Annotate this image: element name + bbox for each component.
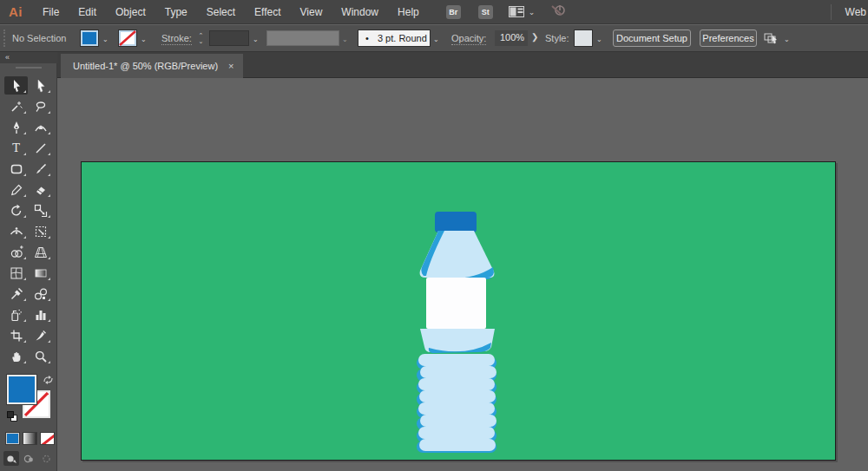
chevron-down-icon[interactable]: ⌄ <box>433 36 439 43</box>
chevron-down-icon[interactable]: ⌄ <box>102 36 108 43</box>
rounded-rectangle-icon <box>10 162 23 176</box>
eraser-icon <box>34 183 48 197</box>
preferences-button[interactable]: Preferences <box>700 29 757 47</box>
stroke-weight-field[interactable] <box>209 30 249 46</box>
style-swatch[interactable] <box>574 29 593 47</box>
opacity-stepper-arrow[interactable]: ❯ <box>531 32 538 42</box>
blend-tool[interactable] <box>29 285 52 303</box>
free-transform-icon <box>34 225 48 239</box>
panel-grip[interactable] <box>3 29 5 47</box>
artboard-tool[interactable] <box>4 326 28 344</box>
menu-type[interactable]: Type <box>155 0 197 24</box>
collapse-panel-button[interactable]: « <box>0 52 57 63</box>
magic-wand-tool[interactable] <box>4 97 28 115</box>
menu-help[interactable]: Help <box>388 0 429 24</box>
zoom-tool[interactable] <box>29 347 52 365</box>
pen-tool[interactable] <box>4 118 28 136</box>
document-setup-button[interactable]: Document Setup <box>613 29 691 47</box>
bridge-button[interactable]: Br <box>446 5 461 19</box>
chevron-down-icon[interactable]: ⌄ <box>141 36 147 43</box>
gradient-mode-button[interactable] <box>23 432 37 445</box>
bottle-label <box>426 278 486 329</box>
workspace-layout-icon <box>509 6 524 17</box>
menu-window[interactable]: Window <box>332 0 388 24</box>
rectangle-tool[interactable] <box>4 160 28 178</box>
artboard[interactable] <box>81 161 836 461</box>
eyedropper-tool[interactable] <box>4 285 28 303</box>
line-segment-tool[interactable] <box>29 139 52 157</box>
menu-bar: Ai File Edit Object Type Select Effect V… <box>0 0 868 24</box>
menu-view[interactable]: View <box>291 0 332 24</box>
select-similar-icon[interactable] <box>764 31 779 47</box>
type-tool-icon: T <box>12 142 20 154</box>
menu-edit[interactable]: Edit <box>69 0 106 24</box>
slice-tool[interactable] <box>29 326 52 344</box>
draw-inside-button[interactable] <box>38 451 54 466</box>
column-graph-tool[interactable] <box>29 305 52 324</box>
none-mode-button[interactable] <box>40 432 55 445</box>
rotate-tool[interactable] <box>4 201 28 219</box>
stroke-weight-label[interactable]: Stroke: <box>161 33 192 45</box>
line-icon <box>34 141 48 155</box>
selection-tool[interactable] <box>4 76 28 95</box>
brush-preview-dot: • <box>365 33 369 43</box>
menu-effect[interactable]: Effect <box>245 0 290 24</box>
lasso-tool[interactable] <box>29 97 52 115</box>
workspace-switcher[interactable]: ⌄ <box>509 6 536 17</box>
chevron-down-icon[interactable]: ⌄ <box>596 36 602 43</box>
free-transform-tool[interactable] <box>29 222 52 240</box>
perspective-grid-tool[interactable] <box>29 243 52 261</box>
canvas-area[interactable] <box>58 79 868 471</box>
hand-tool[interactable] <box>4 347 28 365</box>
water-bottle-illustration[interactable] <box>417 210 500 455</box>
chevron-down-icon[interactable]: ⌄ <box>253 36 259 43</box>
swap-fill-stroke-icon[interactable] <box>43 373 54 389</box>
brush-definition-dropdown[interactable]: • 3 pt. Round <box>358 29 431 47</box>
workspace-name[interactable]: Web <box>845 6 868 18</box>
paintbrush-icon <box>34 162 48 176</box>
symbol-sprayer-tool[interactable] <box>4 305 28 324</box>
opacity-label[interactable]: Opacity: <box>451 33 486 45</box>
close-icon[interactable]: × <box>228 61 233 71</box>
gradient-icon <box>34 266 48 280</box>
draw-normal-button[interactable] <box>3 451 19 466</box>
selection-arrow-icon <box>10 79 23 93</box>
scale-icon <box>34 204 48 218</box>
fill-color-swatch[interactable] <box>80 29 99 47</box>
gradient-tool[interactable] <box>29 264 52 282</box>
scale-tool[interactable] <box>29 201 52 219</box>
lasso-icon <box>34 100 48 114</box>
mesh-tool[interactable] <box>4 264 28 282</box>
menu-object[interactable]: Object <box>106 0 155 24</box>
menu-select[interactable]: Select <box>197 0 245 24</box>
fill-proxy-swatch[interactable] <box>7 375 36 404</box>
width-profile-dropdown <box>266 30 339 46</box>
pencil-tool[interactable] <box>4 180 28 199</box>
shape-builder-tool[interactable] <box>4 243 28 261</box>
curvature-tool[interactable] <box>29 118 52 136</box>
control-bar: No Selection ⌄ ⌄ Stroke: ⌃⌄ ⌄ ⌄ • 3 pt. … <box>0 25 868 52</box>
direct-selection-tool[interactable] <box>29 76 52 95</box>
brush-name: 3 pt. Round <box>378 33 427 43</box>
menu-file[interactable]: File <box>33 0 69 24</box>
draw-behind-button[interactable] <box>21 451 36 466</box>
touch-workspace-icon[interactable] <box>550 3 566 20</box>
width-icon <box>10 225 23 239</box>
stock-button[interactable]: St <box>478 5 493 19</box>
chevron-down-icon[interactable]: ⌄ <box>784 36 790 43</box>
paintbrush-tool[interactable] <box>29 160 52 178</box>
eraser-tool[interactable] <box>29 180 52 199</box>
shape-builder-icon <box>10 245 23 259</box>
panel-drag-grip[interactable] <box>16 67 42 69</box>
tools-grid: T <box>4 76 53 365</box>
document-tab[interactable]: Untitled-1* @ 50% (RGB/Preview) × <box>61 54 243 78</box>
stroke-color-swatch[interactable] <box>118 29 137 47</box>
type-tool[interactable]: T <box>4 139 28 157</box>
fill-stroke-indicator <box>7 375 52 420</box>
opacity-field[interactable]: 100% <box>495 30 528 46</box>
color-mode-button[interactable] <box>5 432 20 445</box>
default-fill-stroke-icon[interactable] <box>7 411 17 422</box>
selection-status: No Selection <box>12 33 66 43</box>
width-tool[interactable] <box>4 222 28 240</box>
stroke-weight-stepper[interactable]: ⌃⌄ <box>196 30 206 46</box>
